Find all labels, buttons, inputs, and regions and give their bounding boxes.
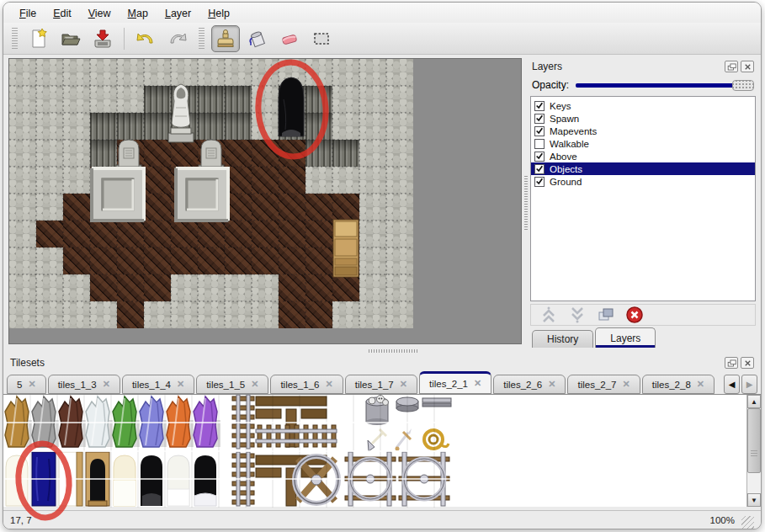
tab-close-icon[interactable]: ✕ <box>474 379 481 388</box>
select-tool-button[interactable] <box>307 25 336 52</box>
layer-visibility-checkbox[interactable] <box>534 126 545 136</box>
vertical-splitter[interactable] <box>522 58 530 348</box>
new-map-button[interactable] <box>24 25 53 52</box>
tileset-tile-sword[interactable] <box>396 428 412 451</box>
opacity-slider-handle[interactable] <box>732 80 754 91</box>
stamp-tool-button[interactable] <box>211 25 240 52</box>
tileset-tab-tiles_2_1[interactable]: tiles_2_1✕ <box>419 371 491 394</box>
scroll-up-icon[interactable]: ▲ <box>747 395 761 408</box>
close-panel-icon[interactable] <box>741 357 754 369</box>
layer-row-objects[interactable]: Objects <box>531 162 755 175</box>
tab-close-icon[interactable]: ✕ <box>251 380 258 389</box>
menu-edit[interactable]: Edit <box>45 6 79 21</box>
map-tile <box>386 59 413 86</box>
map-tile <box>198 301 225 328</box>
scrollbar-track[interactable] <box>747 408 761 493</box>
layer-visibility-checkbox[interactable] <box>534 164 545 174</box>
dock-tab-layers[interactable]: Layers <box>595 327 656 348</box>
tileset-tab-tiles_1_5[interactable]: tiles_1_5✕ <box>196 375 268 394</box>
tileset-tab-tiles_2_6[interactable]: tiles_2_6✕ <box>493 375 566 394</box>
map-tile <box>171 113 198 140</box>
float-panel-icon[interactable] <box>725 357 738 369</box>
resize-grip[interactable] <box>741 516 754 529</box>
tileset-tile-door-pale[interactable] <box>114 455 135 506</box>
tab-close-icon[interactable]: ✕ <box>325 380 332 389</box>
duplicate-layer-button[interactable] <box>597 306 615 324</box>
menu-file[interactable]: File <box>12 6 44 21</box>
toolbar-handle[interactable] <box>12 28 18 50</box>
open-map-button[interactable] <box>56 25 85 52</box>
fill-tool-button[interactable] <box>243 25 272 52</box>
application-window: FileEditViewMapLayerHelp Layers Opacity: <box>3 2 762 529</box>
move-layer-up-button[interactable] <box>539 306 558 324</box>
menu-help[interactable]: Help <box>200 6 237 21</box>
save-map-button[interactable] <box>88 25 117 52</box>
tab-close-icon[interactable]: ✕ <box>623 380 630 389</box>
map-tile <box>36 274 63 301</box>
tileset-tab-tiles_1_4[interactable]: tiles_1_4✕ <box>122 375 194 394</box>
layer-row-above[interactable]: Above <box>531 150 755 162</box>
tileset-tile-shovel[interactable] <box>368 429 386 451</box>
tileset-tile-pillar-skulls[interactable] <box>366 396 389 426</box>
layer-visibility-checkbox[interactable] <box>534 114 545 124</box>
tab-close-icon[interactable]: ✕ <box>177 380 184 389</box>
tileset-tile-door-ghost[interactable] <box>6 455 28 506</box>
map-canvas[interactable] <box>8 58 522 344</box>
opacity-slider-track[interactable] <box>576 83 752 88</box>
scrollbar-thumb[interactable] <box>747 408 761 473</box>
scroll-down-icon[interactable]: ▼ <box>747 493 761 507</box>
float-panel-icon[interactable] <box>725 61 738 72</box>
layer-row-walkable[interactable]: Walkable <box>531 137 755 150</box>
undo-button[interactable] <box>131 25 160 52</box>
layer-row-spawn[interactable]: Spawn <box>531 112 755 125</box>
tileset-tab-5[interactable]: 5✕ <box>7 375 46 394</box>
delete-layer-button[interactable] <box>625 306 644 324</box>
tab-scroll-right-icon[interactable]: ▶ <box>741 375 757 394</box>
menu-layer[interactable]: Layer <box>157 6 199 21</box>
tileset-scrollbar[interactable]: ▲ ▼ <box>746 395 761 507</box>
tileset-tab-label: tiles_1_4 <box>132 380 171 390</box>
tileset-tab-tiles_2_8[interactable]: tiles_2_8✕ <box>642 375 715 394</box>
tileset-tile-rail-h[interactable] <box>256 425 337 447</box>
move-layer-down-button[interactable] <box>568 306 587 324</box>
tileset-tab-tiles_1_3[interactable]: tiles_1_3✕ <box>48 375 120 394</box>
tileset-tile-arch-black-snow[interactable] <box>194 455 216 506</box>
tileset-tile-beam[interactable] <box>422 398 451 407</box>
layer-visibility-checkbox[interactable] <box>534 177 545 187</box>
tab-close-icon[interactable]: ✕ <box>548 380 555 389</box>
map-tile <box>90 194 117 221</box>
layer-visibility-checkbox[interactable] <box>534 101 545 111</box>
toolbar-handle[interactable] <box>199 28 205 50</box>
tileset-tab-label: tiles_2_1 <box>429 379 468 389</box>
dock-tab-history[interactable]: History <box>532 330 593 348</box>
tab-close-icon[interactable]: ✕ <box>103 380 110 389</box>
layer-visibility-checkbox[interactable] <box>534 152 545 162</box>
menu-view[interactable]: View <box>81 6 119 21</box>
tileset-tile-arch-black[interactable] <box>141 455 162 506</box>
map-tile <box>36 140 63 167</box>
tileset-tile-rope[interactable] <box>424 430 449 449</box>
redo-button[interactable] <box>163 25 192 52</box>
layer-row-ground[interactable]: Ground <box>531 175 755 188</box>
tileset-tab-tiles_1_6[interactable]: tiles_1_6✕ <box>270 375 343 394</box>
layer-row-mapevents[interactable]: Mapevents <box>531 125 755 137</box>
tab-close-icon[interactable]: ✕ <box>697 380 704 389</box>
map-tile <box>279 221 305 247</box>
layers-dock-titlebar: Layers <box>530 58 756 75</box>
tileset-tile-arch-white[interactable] <box>167 455 189 506</box>
layer-row-keys[interactable]: Keys <box>531 99 755 112</box>
map-tile <box>36 301 63 328</box>
tab-scroll-left-icon[interactable]: ◀ <box>724 375 740 394</box>
layer-visibility-checkbox[interactable] <box>534 139 545 149</box>
menu-map[interactable]: Map <box>120 6 156 21</box>
tab-close-icon[interactable]: ✕ <box>28 380 35 389</box>
opacity-slider[interactable] <box>576 79 754 92</box>
map-tile <box>198 86 225 113</box>
eraser-tool-button[interactable] <box>275 25 304 52</box>
tileset-tab-tiles_2_7[interactable]: tiles_2_7✕ <box>567 375 640 394</box>
close-panel-icon[interactable] <box>741 61 754 72</box>
undo-icon <box>135 28 157 50</box>
tab-close-icon[interactable]: ✕ <box>400 380 407 389</box>
horizontal-splitter[interactable] <box>3 348 761 354</box>
tileset-tab-tiles_1_7[interactable]: tiles_1_7✕ <box>345 375 417 394</box>
